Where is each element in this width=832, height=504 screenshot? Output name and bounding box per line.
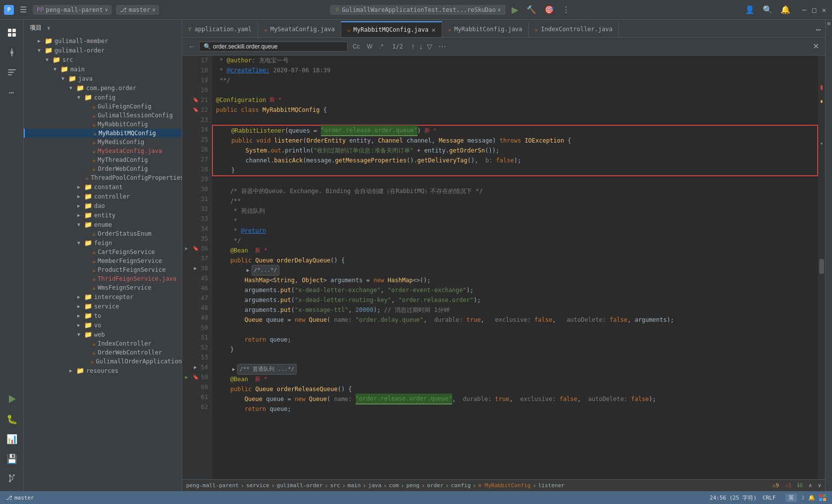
tree-item-gulimallorderapplication[interactable]: ☕ GulimallOrderApplication — [24, 357, 182, 366]
search-everywhere-button[interactable]: 🔍 — [761, 3, 775, 16]
tree-item-orderwebconfig[interactable]: ☕ OrderWebConfig — [24, 164, 182, 173]
tree-item-web[interactable]: ▼ 📁 web — [24, 330, 182, 339]
cursor-position[interactable]: 24:56 (25 字符) — [710, 494, 757, 502]
tree-item-enume[interactable]: ▼ 📁 enume — [24, 220, 182, 229]
more-run-button[interactable]: ⋮ — [560, 3, 572, 16]
activity-debug[interactable]: 🐛 — [3, 410, 21, 428]
search-more-button[interactable]: ⋯ — [436, 41, 448, 52]
create-time-link[interactable]: @createTime: — [227, 65, 270, 75]
run-gutter-icon[interactable]: ▶ — [183, 374, 190, 381]
code-content[interactable]: * @author: 充电宝一号 * @createTime: 2020-07-… — [212, 55, 818, 479]
info-count[interactable]: ℹ8 — [797, 482, 803, 489]
bookmark-gutter-icon[interactable]: 🔖 — [192, 374, 199, 381]
right-panel-tab[interactable]: ≡ — [826, 20, 832, 27]
fold-expand-icon[interactable]: ▶ — [245, 265, 252, 275]
tree-item-gulimall-member[interactable]: ▶ 📁 gulimall-member — [24, 36, 182, 46]
tree-item-myredisconfig[interactable]: ☕ MyRedisConfig — [24, 138, 182, 147]
maximize-button[interactable]: □ — [810, 6, 818, 14]
tree-item-com-peng[interactable]: ▼ 📁 com.peng.order — [24, 83, 182, 93]
tree-item-mythreadconfig[interactable]: ☕ MyThreadConfig — [24, 155, 182, 164]
folded-block2[interactable]: /** 普通队列 ...*/ — [237, 364, 297, 375]
encoding-label[interactable]: CRLF — [763, 495, 776, 501]
tab-indexcontroller[interactable]: ☕ IndexController.java — [529, 21, 619, 37]
tree-item-gulimallsessionconfig[interactable]: ☕ GulimallSessionConfig — [24, 111, 182, 120]
filter-button[interactable]: ▽ — [425, 42, 434, 51]
minimize-button[interactable]: ─ — [800, 6, 808, 14]
tab-close-icon[interactable]: ✕ — [431, 26, 435, 34]
tree-item-service[interactable]: ▶ 📁 service — [24, 302, 182, 311]
regex-button[interactable]: .* — [376, 42, 386, 51]
tree-item-entity[interactable]: ▶ 📁 entity — [24, 210, 182, 220]
tree-item-indexcontroller[interactable]: ☕ IndexController — [24, 339, 182, 348]
down-nav[interactable]: ∨ — [818, 482, 821, 489]
prev-match-button[interactable]: ↑ — [409, 41, 417, 52]
tree-item-cartfeignservice[interactable]: ☕ CartFeignService — [24, 248, 182, 256]
profile-run-button[interactable]: 🎯 — [542, 3, 556, 16]
tab-myseataconfig[interactable]: ☕ MySeataConfig.java — [258, 21, 341, 37]
activity-structure[interactable] — [3, 63, 21, 81]
run-config[interactable]: 🛢 GulimallWareApplicationTest.test...reS… — [330, 5, 506, 15]
activity-git[interactable] — [3, 469, 21, 487]
account-button[interactable]: 👤 — [743, 3, 757, 16]
run-button[interactable]: ▶ — [510, 2, 520, 17]
tree-item-src[interactable]: ▼ 📁 src — [24, 55, 182, 64]
tab-myrabbitmqconfig[interactable]: ☕ MyRabbitMQConfig.java ✕ — [341, 21, 442, 37]
tab-more-button[interactable]: ⋯ — [812, 21, 825, 37]
tree-item-vo[interactable]: ▶ 📁 vo — [24, 320, 182, 330]
return-link[interactable]: @return — [241, 226, 266, 236]
tree-item-constant[interactable]: ▶ 📁 constant — [24, 182, 182, 192]
tab-application-yaml[interactable]: Y application.yaml — [182, 21, 258, 37]
hamburger-button[interactable]: ☰ — [18, 3, 29, 16]
tree-item-myseataconfig[interactable]: ☕ MySeataConfig.java — [24, 147, 182, 155]
back-nav-button[interactable]: ← — [186, 42, 197, 51]
warning-count[interactable]: ⚠9 — [773, 482, 779, 489]
search-input[interactable] — [213, 43, 343, 50]
error-count[interactable]: ⚠1 — [785, 482, 791, 489]
activity-more[interactable]: ⋯ — [3, 83, 21, 101]
tree-item-controller[interactable]: ▶ 📁 controller — [24, 192, 182, 201]
word-match-button[interactable]: W — [364, 42, 375, 51]
tree-item-productfeignservice[interactable]: ☕ ProductFeignService — [24, 265, 182, 274]
tree-item-config[interactable]: ▼ 📁 config — [24, 93, 182, 102]
fold-expand-icon2[interactable]: ▶ — [230, 364, 237, 374]
bookmark-icon[interactable]: 🔖 — [192, 106, 199, 113]
tree-item-feign[interactable]: ▼ 📁 feign — [24, 238, 182, 248]
tree-item-orderwebcontroller[interactable]: ☕ OrderWebController — [24, 348, 182, 357]
build-button[interactable]: 🔨 — [524, 3, 538, 16]
tree-item-myrabbitconfig[interactable]: ☕ MyRabbitConfig — [24, 120, 182, 129]
tree-item-gulimall-order[interactable]: ▼ 📁 gulimall-order — [24, 46, 182, 55]
tree-item-orderstatusenum[interactable]: ☕ OrderStatusEnum — [24, 229, 182, 238]
tree-item-main[interactable]: ▼ 📁 main — [24, 64, 182, 74]
bookmark-gutter-icon[interactable]: 🔖 — [192, 245, 199, 252]
activity-commit[interactable] — [3, 44, 21, 61]
tree-item-myrabbitmqconfig[interactable]: ☕ MyRabbitMQConfig — [24, 129, 182, 138]
tree-item-thridfeign[interactable]: ☕ ThridFeignService.java — [24, 274, 182, 283]
fold-icon[interactable]: ▶ — [192, 263, 199, 273]
tree-item-resources[interactable]: ▶ 📁 resources — [24, 366, 182, 375]
moon-icon[interactable]: ☽ — [801, 495, 804, 501]
search-close-button[interactable]: ✕ — [811, 41, 821, 52]
tree-item-to[interactable]: ▶ 📁 to — [24, 311, 182, 320]
activity-project[interactable] — [3, 24, 21, 42]
bookmark-icon[interactable]: 🔖 — [192, 97, 199, 103]
tree-item-interceptor[interactable]: ▶ 📁 interceptor — [24, 292, 182, 302]
up-nav[interactable]: ∧ — [809, 482, 812, 489]
branch-selector[interactable]: ⎇ master ∨ — [116, 5, 159, 15]
tree-item-dao[interactable]: ▶ 📁 dao — [24, 201, 182, 210]
run-gutter-icon[interactable]: ▶ — [183, 245, 190, 252]
tree-item-java[interactable]: ▼ 📁 java — [24, 74, 182, 83]
activity-db[interactable]: 💾 — [3, 450, 21, 467]
scrollbar-thumb[interactable] — [819, 259, 824, 274]
fold-icon[interactable]: ▶ — [192, 362, 199, 372]
case-sensitive-button[interactable]: Cc — [350, 42, 363, 51]
notifications-button[interactable]: 🔔 — [779, 3, 792, 16]
activity-profiler[interactable]: 📊 — [3, 430, 21, 448]
activity-run[interactable] — [3, 390, 21, 408]
next-match-button[interactable]: ↓ — [417, 41, 425, 52]
project-selector[interactable]: PP peng-mall-parent ∨ — [33, 5, 112, 15]
tree-item-memberfeignservice[interactable]: ☕ MemberFeignService — [24, 256, 182, 265]
git-branch-bottom[interactable]: ⎇ master — [6, 495, 34, 501]
close-button[interactable]: ✕ — [820, 6, 828, 14]
tree-item-threadpoolconfigprops[interactable]: ☕ ThreadPoolConfigProperties — [24, 173, 182, 182]
sidebar-drop-icon[interactable]: ∨ — [47, 25, 50, 31]
